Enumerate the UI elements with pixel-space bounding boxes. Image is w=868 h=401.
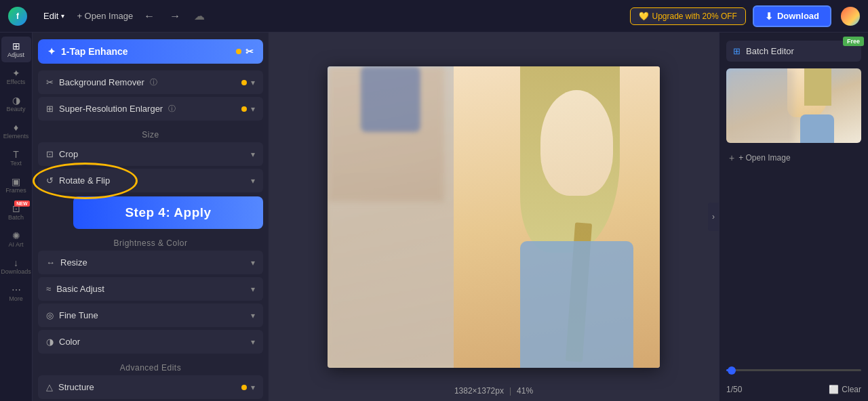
rotate-flip-item[interactable]: ↺ Rotate & Flip ▾ xyxy=(38,169,263,192)
fotor-logo: f xyxy=(8,7,27,26)
image-thumbnail xyxy=(726,68,861,143)
free-badge: Free xyxy=(843,37,864,46)
left-panel: ✦ 1-Tap Enhance ✂ ✂ Background Remover ⓘ… xyxy=(33,33,269,401)
redo-button[interactable]: → xyxy=(165,7,184,25)
download-button[interactable]: ⬇ Download xyxy=(753,5,831,27)
canvas-image xyxy=(328,66,660,368)
advanced-edits-section-label: Advanced Edits xyxy=(38,356,263,375)
sidebar-item-adjust[interactable]: ⊞ Adjust xyxy=(1,37,31,62)
background-remover-item[interactable]: ✂ Background Remover ⓘ ▾ xyxy=(38,70,263,94)
pagination-info: 1/50 xyxy=(726,385,742,394)
fine-tune-item[interactable]: ◎ Fine Tune ▾ xyxy=(38,303,263,327)
one-tap-enhance-button[interactable]: ✦ 1-Tap Enhance ✂ xyxy=(38,39,263,64)
crop-item[interactable]: ⊡ Crop ▾ xyxy=(38,142,263,166)
right-panel-bottom: 1/50 ⬜ Clear xyxy=(726,385,861,394)
sidebar-item-effects[interactable]: ✦ Effects xyxy=(1,64,31,89)
brightness-color-section-label: Brightness & Color xyxy=(38,232,263,251)
sidebar-item-frames[interactable]: ▣ Frames xyxy=(1,172,31,198)
structure-item[interactable]: △ Structure ▾ xyxy=(38,375,263,399)
user-avatar[interactable] xyxy=(841,7,860,26)
batch-editor-button[interactable]: ⊞ Batch Editor xyxy=(726,41,861,62)
cloud-save-icon[interactable]: ☁ xyxy=(191,7,208,25)
main-canvas: › 1382×1372px | 41% xyxy=(269,33,719,401)
clear-button[interactable]: ⬜ Clear xyxy=(829,385,861,394)
color-item[interactable]: ◑ Color ▾ xyxy=(38,330,263,354)
open-image-button[interactable]: + Open Image xyxy=(77,11,133,21)
canvas-bottom-info: 1382×1372px | 41% xyxy=(454,386,533,396)
batch-editor-icon: ⊞ xyxy=(733,46,741,56)
upgrade-button[interactable]: 💛 Upgrade with 20% OFF xyxy=(630,7,746,25)
sidebar-item-elements[interactable]: ♦ Elements xyxy=(1,118,31,144)
step-apply-button[interactable]: Step 4: Apply xyxy=(73,196,263,229)
sidebar-item-text[interactable]: T Text xyxy=(1,145,31,171)
size-section-label: Size xyxy=(38,123,263,142)
edit-button[interactable]: Edit ▾ xyxy=(38,8,70,24)
right-panel: Free ⊞ Batch Editor + + Open Image 1/50 xyxy=(719,33,868,401)
collapse-panel-arrow[interactable]: › xyxy=(708,203,719,231)
sidebar-item-batch[interactable]: NEW ⊡ Batch xyxy=(1,199,31,225)
resize-item[interactable]: ↔ Resize ▾ xyxy=(38,251,263,274)
open-image-right-button[interactable]: + + Open Image xyxy=(726,150,861,166)
sidebar-item-beauty[interactable]: ◑ Beauty xyxy=(1,91,31,117)
basic-adjust-item[interactable]: ≈ Basic Adjust ▾ xyxy=(38,277,263,301)
undo-button[interactable]: ← xyxy=(140,7,159,25)
image-slider[interactable] xyxy=(726,369,861,371)
sidebar-item-ai-art[interactable]: ✺ AI Art xyxy=(1,226,31,252)
icon-sidebar: ⊞ Adjust ✦ Effects ◑ Beauty ♦ Elements T… xyxy=(0,33,33,401)
sidebar-item-more[interactable]: ⋯ More xyxy=(1,280,31,306)
super-resolution-item[interactable]: ⊞ Super-Resolution Enlarger ⓘ ▾ xyxy=(38,97,263,121)
sidebar-item-downloads[interactable]: ↓ Downloads xyxy=(1,253,31,279)
